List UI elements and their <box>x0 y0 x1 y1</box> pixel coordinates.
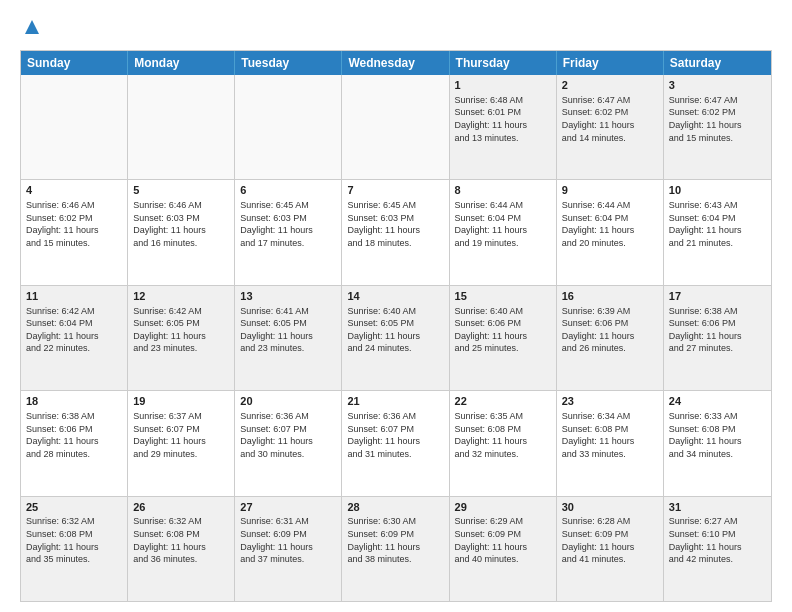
day-cell-7: 7Sunrise: 6:45 AM Sunset: 6:03 PM Daylig… <box>342 180 449 284</box>
day-info: Sunrise: 6:44 AM Sunset: 6:04 PM Dayligh… <box>562 199 658 249</box>
day-number: 21 <box>347 394 443 409</box>
day-cell-17: 17Sunrise: 6:38 AM Sunset: 6:06 PM Dayli… <box>664 286 771 390</box>
header-day-friday: Friday <box>557 51 664 75</box>
header <box>20 16 772 40</box>
day-number: 2 <box>562 78 658 93</box>
day-number: 5 <box>133 183 229 198</box>
empty-cell <box>235 75 342 179</box>
day-info: Sunrise: 6:41 AM Sunset: 6:05 PM Dayligh… <box>240 305 336 355</box>
day-number: 20 <box>240 394 336 409</box>
day-number: 26 <box>133 500 229 515</box>
week-row-2: 11Sunrise: 6:42 AM Sunset: 6:04 PM Dayli… <box>21 285 771 390</box>
day-number: 31 <box>669 500 766 515</box>
week-row-3: 18Sunrise: 6:38 AM Sunset: 6:06 PM Dayli… <box>21 390 771 495</box>
day-info: Sunrise: 6:36 AM Sunset: 6:07 PM Dayligh… <box>347 410 443 460</box>
header-day-wednesday: Wednesday <box>342 51 449 75</box>
day-number: 6 <box>240 183 336 198</box>
svg-marker-0 <box>25 20 39 34</box>
day-number: 18 <box>26 394 122 409</box>
day-cell-1: 1Sunrise: 6:48 AM Sunset: 6:01 PM Daylig… <box>450 75 557 179</box>
day-cell-14: 14Sunrise: 6:40 AM Sunset: 6:05 PM Dayli… <box>342 286 449 390</box>
day-cell-6: 6Sunrise: 6:45 AM Sunset: 6:03 PM Daylig… <box>235 180 342 284</box>
day-info: Sunrise: 6:28 AM Sunset: 6:09 PM Dayligh… <box>562 515 658 565</box>
day-info: Sunrise: 6:47 AM Sunset: 6:02 PM Dayligh… <box>562 94 658 144</box>
week-row-4: 25Sunrise: 6:32 AM Sunset: 6:08 PM Dayli… <box>21 496 771 601</box>
day-cell-19: 19Sunrise: 6:37 AM Sunset: 6:07 PM Dayli… <box>128 391 235 495</box>
day-info: Sunrise: 6:38 AM Sunset: 6:06 PM Dayligh… <box>26 410 122 460</box>
day-cell-31: 31Sunrise: 6:27 AM Sunset: 6:10 PM Dayli… <box>664 497 771 601</box>
day-number: 3 <box>669 78 766 93</box>
day-number: 25 <box>26 500 122 515</box>
day-info: Sunrise: 6:47 AM Sunset: 6:02 PM Dayligh… <box>669 94 766 144</box>
day-cell-29: 29Sunrise: 6:29 AM Sunset: 6:09 PM Dayli… <box>450 497 557 601</box>
day-number: 12 <box>133 289 229 304</box>
empty-cell <box>128 75 235 179</box>
day-number: 30 <box>562 500 658 515</box>
day-cell-15: 15Sunrise: 6:40 AM Sunset: 6:06 PM Dayli… <box>450 286 557 390</box>
day-info: Sunrise: 6:36 AM Sunset: 6:07 PM Dayligh… <box>240 410 336 460</box>
day-number: 27 <box>240 500 336 515</box>
day-cell-11: 11Sunrise: 6:42 AM Sunset: 6:04 PM Dayli… <box>21 286 128 390</box>
day-info: Sunrise: 6:45 AM Sunset: 6:03 PM Dayligh… <box>240 199 336 249</box>
calendar-body: 1Sunrise: 6:48 AM Sunset: 6:01 PM Daylig… <box>21 75 771 601</box>
day-cell-12: 12Sunrise: 6:42 AM Sunset: 6:05 PM Dayli… <box>128 286 235 390</box>
day-cell-25: 25Sunrise: 6:32 AM Sunset: 6:08 PM Dayli… <box>21 497 128 601</box>
day-cell-27: 27Sunrise: 6:31 AM Sunset: 6:09 PM Dayli… <box>235 497 342 601</box>
day-number: 7 <box>347 183 443 198</box>
day-info: Sunrise: 6:38 AM Sunset: 6:06 PM Dayligh… <box>669 305 766 355</box>
week-row-1: 4Sunrise: 6:46 AM Sunset: 6:02 PM Daylig… <box>21 179 771 284</box>
day-cell-30: 30Sunrise: 6:28 AM Sunset: 6:09 PM Dayli… <box>557 497 664 601</box>
header-day-tuesday: Tuesday <box>235 51 342 75</box>
day-cell-8: 8Sunrise: 6:44 AM Sunset: 6:04 PM Daylig… <box>450 180 557 284</box>
page: SundayMondayTuesdayWednesdayThursdayFrid… <box>0 0 792 612</box>
header-day-sunday: Sunday <box>21 51 128 75</box>
day-info: Sunrise: 6:46 AM Sunset: 6:03 PM Dayligh… <box>133 199 229 249</box>
day-number: 10 <box>669 183 766 198</box>
day-number: 17 <box>669 289 766 304</box>
day-info: Sunrise: 6:33 AM Sunset: 6:08 PM Dayligh… <box>669 410 766 460</box>
day-info: Sunrise: 6:40 AM Sunset: 6:06 PM Dayligh… <box>455 305 551 355</box>
day-number: 28 <box>347 500 443 515</box>
day-cell-18: 18Sunrise: 6:38 AM Sunset: 6:06 PM Dayli… <box>21 391 128 495</box>
day-info: Sunrise: 6:34 AM Sunset: 6:08 PM Dayligh… <box>562 410 658 460</box>
header-day-saturday: Saturday <box>664 51 771 75</box>
empty-cell <box>21 75 128 179</box>
day-info: Sunrise: 6:27 AM Sunset: 6:10 PM Dayligh… <box>669 515 766 565</box>
logo <box>20 16 43 40</box>
week-row-0: 1Sunrise: 6:48 AM Sunset: 6:01 PM Daylig… <box>21 75 771 179</box>
day-cell-20: 20Sunrise: 6:36 AM Sunset: 6:07 PM Dayli… <box>235 391 342 495</box>
day-info: Sunrise: 6:45 AM Sunset: 6:03 PM Dayligh… <box>347 199 443 249</box>
header-day-monday: Monday <box>128 51 235 75</box>
calendar-header: SundayMondayTuesdayWednesdayThursdayFrid… <box>21 51 771 75</box>
day-cell-3: 3Sunrise: 6:47 AM Sunset: 6:02 PM Daylig… <box>664 75 771 179</box>
day-info: Sunrise: 6:37 AM Sunset: 6:07 PM Dayligh… <box>133 410 229 460</box>
day-info: Sunrise: 6:30 AM Sunset: 6:09 PM Dayligh… <box>347 515 443 565</box>
day-info: Sunrise: 6:42 AM Sunset: 6:05 PM Dayligh… <box>133 305 229 355</box>
day-info: Sunrise: 6:40 AM Sunset: 6:05 PM Dayligh… <box>347 305 443 355</box>
day-number: 24 <box>669 394 766 409</box>
day-number: 11 <box>26 289 122 304</box>
day-cell-16: 16Sunrise: 6:39 AM Sunset: 6:06 PM Dayli… <box>557 286 664 390</box>
day-info: Sunrise: 6:31 AM Sunset: 6:09 PM Dayligh… <box>240 515 336 565</box>
calendar: SundayMondayTuesdayWednesdayThursdayFrid… <box>20 50 772 602</box>
day-info: Sunrise: 6:29 AM Sunset: 6:09 PM Dayligh… <box>455 515 551 565</box>
day-info: Sunrise: 6:48 AM Sunset: 6:01 PM Dayligh… <box>455 94 551 144</box>
day-cell-13: 13Sunrise: 6:41 AM Sunset: 6:05 PM Dayli… <box>235 286 342 390</box>
day-info: Sunrise: 6:35 AM Sunset: 6:08 PM Dayligh… <box>455 410 551 460</box>
day-number: 22 <box>455 394 551 409</box>
day-number: 19 <box>133 394 229 409</box>
day-cell-26: 26Sunrise: 6:32 AM Sunset: 6:08 PM Dayli… <box>128 497 235 601</box>
day-number: 8 <box>455 183 551 198</box>
day-number: 16 <box>562 289 658 304</box>
day-number: 14 <box>347 289 443 304</box>
day-cell-5: 5Sunrise: 6:46 AM Sunset: 6:03 PM Daylig… <box>128 180 235 284</box>
logo-icon <box>21 16 43 38</box>
day-cell-28: 28Sunrise: 6:30 AM Sunset: 6:09 PM Dayli… <box>342 497 449 601</box>
header-day-thursday: Thursday <box>450 51 557 75</box>
day-number: 9 <box>562 183 658 198</box>
day-cell-22: 22Sunrise: 6:35 AM Sunset: 6:08 PM Dayli… <box>450 391 557 495</box>
day-number: 1 <box>455 78 551 93</box>
day-info: Sunrise: 6:32 AM Sunset: 6:08 PM Dayligh… <box>133 515 229 565</box>
day-cell-2: 2Sunrise: 6:47 AM Sunset: 6:02 PM Daylig… <box>557 75 664 179</box>
day-info: Sunrise: 6:32 AM Sunset: 6:08 PM Dayligh… <box>26 515 122 565</box>
